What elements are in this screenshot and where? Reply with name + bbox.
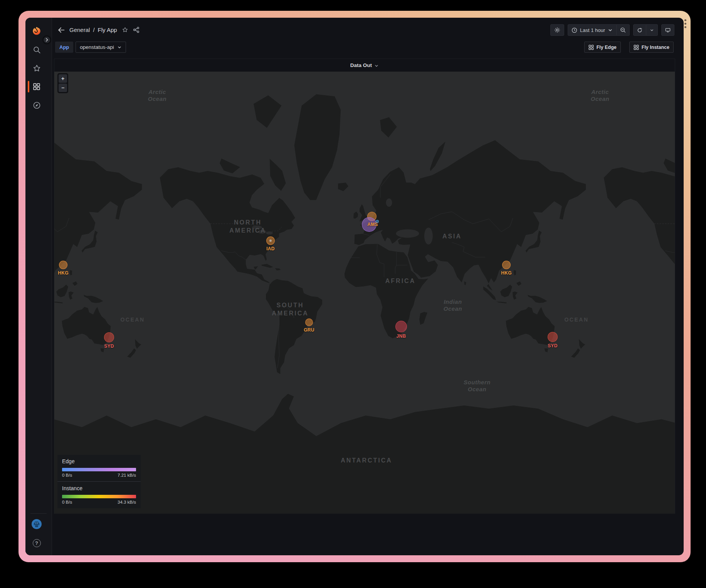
- gear-icon: [554, 27, 560, 33]
- starred-icon[interactable]: [32, 63, 42, 73]
- geomap-panel: Data Out + − ArcticOceanArcticOceanNORTH…: [54, 59, 675, 514]
- sidebar-divider: [30, 513, 47, 514]
- dashboard-toolbar: Last 1 hour: [550, 24, 674, 36]
- screenshot-canvas: ? General / Fly App: [0, 0, 706, 588]
- active-indicator: [28, 81, 29, 92]
- breadcrumb-divider: /: [93, 27, 94, 33]
- monitor-icon: [665, 27, 671, 33]
- map-legend: Edge 0 B/s 7.21 kB/s Instance 0 B/s: [57, 455, 141, 508]
- zoom-out-time-button[interactable]: [617, 24, 630, 36]
- apps-grid-icon: [634, 45, 639, 50]
- user-avatar[interactable]: [32, 519, 42, 529]
- map-zoom-out-button[interactable]: −: [59, 84, 67, 92]
- apps-grid-icon: [588, 45, 594, 50]
- panel-title: Data Out: [350, 62, 372, 68]
- grafana-logo-icon: [32, 26, 42, 36]
- arrow-left-icon: [57, 26, 66, 34]
- map-marker-jnb[interactable]: [395, 321, 407, 332]
- breadcrumb-section[interactable]: General: [69, 27, 90, 33]
- dashboard-links: Fly Edge Fly Instance: [584, 42, 674, 53]
- legend-section-instance: Instance 0 B/s 34.3 kB/s: [57, 481, 141, 508]
- grafana-window: ? General / Fly App: [25, 18, 684, 555]
- breadcrumb: General / Fly App: [69, 27, 140, 33]
- back-button[interactable]: [56, 25, 66, 35]
- chevron-down-icon: [374, 64, 379, 68]
- map-marker-syd[interactable]: [104, 332, 114, 342]
- search-icon[interactable]: [32, 45, 42, 55]
- refresh-icon: [637, 27, 642, 33]
- chevron-down-icon: [117, 45, 122, 50]
- magnifier-minus-icon: [620, 27, 626, 33]
- fly-edge-link[interactable]: Fly Edge: [584, 42, 621, 53]
- fly-edge-label: Fly Edge: [597, 45, 617, 50]
- grafana-logo[interactable]: [32, 26, 42, 36]
- clock-icon: [572, 27, 577, 33]
- world-map[interactable]: + − ArcticOceanArcticOceanNORTHAMERICAAS…: [54, 72, 675, 514]
- time-range-picker[interactable]: Last 1 hour: [568, 24, 617, 36]
- help-icon[interactable]: ?: [32, 538, 42, 548]
- variable-label: App: [55, 42, 73, 53]
- app-variable-value: openstatus-api: [80, 44, 114, 50]
- map-marker[interactable]: [376, 220, 379, 223]
- legend-section-edge: Edge 0 B/s 7.21 kB/s: [57, 455, 141, 481]
- map-marker-gru[interactable]: [305, 318, 313, 326]
- map-marker-hkg[interactable]: [502, 261, 511, 269]
- dashboards-icon[interactable]: [32, 82, 42, 92]
- legend-title: Instance: [62, 485, 136, 491]
- legend-title: Edge: [62, 458, 136, 464]
- tv-kiosk-button[interactable]: [661, 24, 674, 36]
- map-marker-iad[interactable]: [266, 236, 275, 245]
- favorite-star-icon[interactable]: [122, 27, 128, 33]
- legend-max: 7.21 kB/s: [118, 473, 136, 477]
- time-picker-group: Last 1 hour: [568, 24, 630, 36]
- chevron-down-icon: [608, 28, 613, 33]
- window-frame: ? General / Fly App: [18, 11, 691, 562]
- legend-min: 0 B/s: [62, 500, 72, 504]
- explore-compass-icon[interactable]: [32, 100, 42, 110]
- time-range-label: Last 1 hour: [580, 27, 605, 33]
- app-variable-dropdown[interactable]: openstatus-api: [76, 42, 126, 53]
- map-zoom-controls: + −: [57, 73, 68, 93]
- sidebar: ?: [25, 18, 52, 555]
- map-zoom-in-button[interactable]: +: [59, 74, 67, 83]
- map-marker-hkg[interactable]: [59, 261, 67, 269]
- sidebar-expand-button[interactable]: [42, 35, 51, 44]
- fly-instance-link[interactable]: Fly Instance: [629, 42, 674, 53]
- variables-row: App openstatus-api: [55, 42, 126, 53]
- world-map-svg: [54, 72, 675, 514]
- legend-max: 34.3 kB/s: [118, 500, 136, 504]
- refresh-button[interactable]: [633, 24, 646, 36]
- map-marker-syd[interactable]: [548, 332, 558, 342]
- chevron-down-icon: [650, 28, 654, 33]
- panel-header[interactable]: Data Out: [54, 59, 675, 72]
- fly-instance-label: Fly Instance: [642, 45, 669, 50]
- refresh-group: [633, 24, 658, 36]
- legend-gradient-bar: [62, 495, 136, 498]
- refresh-interval-dropdown[interactable]: [646, 24, 658, 36]
- legend-min: 0 B/s: [62, 473, 72, 477]
- scrollbar-dots: [684, 19, 686, 28]
- chevron-right-icon: [45, 38, 49, 42]
- map-marker-ams[interactable]: [362, 217, 377, 232]
- breadcrumb-page-title: Fly App: [98, 27, 117, 33]
- dashboard-settings-button[interactable]: [550, 24, 564, 36]
- legend-gradient-bar: [62, 468, 136, 471]
- share-icon[interactable]: [133, 27, 140, 33]
